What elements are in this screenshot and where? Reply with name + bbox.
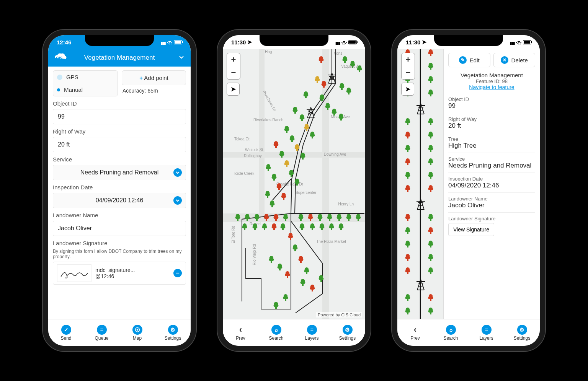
- tree-icon: [427, 240, 434, 248]
- chevron-down-icon: [173, 196, 182, 205]
- input-landowner-name[interactable]: [53, 221, 186, 236]
- tree-icon: [288, 169, 295, 177]
- nav-layers[interactable]: ≡Layers: [294, 319, 330, 346]
- tree-icon: [263, 213, 270, 221]
- nav-settings[interactable]: ⚙Settings: [330, 319, 365, 346]
- tree-icon: [269, 200, 276, 208]
- pencil-icon: ✎: [459, 56, 467, 64]
- mode-manual[interactable]: Manual: [53, 83, 118, 96]
- tree-icon: [318, 223, 325, 231]
- delete-button[interactable]: ✕Delete: [493, 53, 536, 67]
- transmission-tower-icon: [326, 72, 338, 85]
- mode-selector: GPS Manual: [53, 70, 118, 96]
- tree-icon: [427, 145, 434, 152]
- remove-signature-button[interactable]: −: [173, 269, 182, 277]
- tree-icon: [318, 56, 325, 64]
- tree-icon: [404, 171, 411, 179]
- location-arrow-icon: ➤: [247, 39, 252, 46]
- tree-icon: [427, 267, 434, 275]
- signature-filename: mdc_signature... @12:46: [95, 267, 170, 279]
- tree-icon: [324, 103, 331, 110]
- view-signature-button[interactable]: View Signature: [448, 223, 494, 236]
- nav-send[interactable]: ✓Send: [48, 319, 84, 346]
- phone-map: 11:30 ➤ Hag Vons Vaquero Av Riverlakes D…: [217, 30, 371, 351]
- zoom-out-button[interactable]: −: [402, 66, 415, 79]
- tree-icon: [356, 65, 363, 73]
- wifi-icon: [341, 39, 347, 46]
- location-arrow-icon: ➤: [422, 39, 427, 46]
- status-time: 11:30: [231, 39, 246, 46]
- tree-icon: [326, 213, 333, 221]
- input-object-id[interactable]: [53, 109, 186, 124]
- zoom-control: + −: [401, 53, 415, 80]
- add-point-button[interactable]: + Add point: [122, 70, 186, 85]
- nav-search[interactable]: ⌕Search: [433, 319, 469, 346]
- detail-body: + − ➤ ✎Edit ✕Delete Vegetation Managemen…: [397, 49, 540, 319]
- mode-gps[interactable]: GPS: [53, 71, 118, 83]
- plus-icon: +: [139, 75, 143, 81]
- tree-icon: [404, 254, 411, 261]
- signal-icon: [335, 39, 340, 46]
- zoom-in-button[interactable]: +: [402, 53, 415, 66]
- nav-settings[interactable]: ⚙Settings: [504, 319, 540, 346]
- status-time: 11:30: [406, 39, 420, 46]
- accuracy-text: Accuracy: 65m: [122, 85, 186, 96]
- nav-prev[interactable]: ‹Prev: [223, 319, 258, 346]
- radio-off-icon: [57, 75, 62, 80]
- tree-icon: [294, 144, 301, 151]
- tree-icon: [303, 267, 310, 275]
- svg-text:GIS: GIS: [56, 56, 63, 60]
- map-controls: + − ➤: [401, 53, 415, 96]
- map-canvas[interactable]: Hag Vons Vaquero Av Riverlakes Dr Riverl…: [223, 49, 365, 319]
- signature-preview-icon[interactable]: [57, 264, 91, 282]
- row-object-id: Object ID99: [448, 93, 535, 113]
- tree-icon: [427, 294, 434, 301]
- nav-settings[interactable]: ⚙Settings: [155, 319, 191, 346]
- bottom-nav: ‹Prev ⌕Search ≡Layers ⚙Settings: [223, 319, 365, 346]
- tree-icon: [253, 213, 260, 221]
- navigate-link[interactable]: Navigate to feature: [448, 84, 535, 90]
- nav-map[interactable]: ⦿Map: [119, 319, 155, 346]
- gis-logo-icon: GIS: [52, 50, 67, 65]
- row-landowner-signature: Landowner Signature View Signature: [448, 213, 535, 239]
- nav-search[interactable]: ⌕Search: [258, 319, 294, 346]
- tree-icon: [318, 275, 325, 282]
- chevron-down-icon[interactable]: [178, 54, 185, 62]
- tree-icon: [338, 113, 345, 121]
- tree-icon: [289, 135, 296, 143]
- tree-icon: [278, 150, 285, 158]
- tree-icon: [314, 76, 321, 83]
- header-title: Vegetation Management: [84, 54, 155, 62]
- tree-icon: [427, 62, 434, 70]
- edit-button[interactable]: ✎Edit: [448, 53, 490, 67]
- map-strip[interactable]: + − ➤: [397, 49, 443, 319]
- nav-queue[interactable]: ≡Queue: [84, 319, 119, 346]
- locate-button[interactable]: ➤: [401, 83, 414, 96]
- zoom-out-button[interactable]: −: [227, 66, 240, 79]
- tree-icon: [328, 223, 335, 231]
- tree-icon: [404, 118, 411, 125]
- tree-icon: [303, 124, 310, 131]
- tree-icon: [336, 213, 343, 221]
- tree-icon: [282, 213, 289, 221]
- feature-panel: ✎Edit ✕Delete Vegetation Management Feat…: [443, 49, 540, 319]
- zoom-in-button[interactable]: +: [227, 53, 240, 66]
- tree-icon: [271, 173, 278, 181]
- nav-prev[interactable]: ‹Prev: [397, 319, 433, 346]
- gear-icon: ⚙: [168, 325, 178, 335]
- tree-icon: [331, 108, 338, 116]
- label-service: Service: [53, 156, 186, 163]
- tree-icon: [404, 131, 411, 139]
- tree-icon: [355, 213, 362, 221]
- locate-button[interactable]: ➤: [227, 83, 240, 96]
- gear-icon: ⚙: [343, 325, 353, 335]
- chevron-left-icon: ‹: [410, 325, 420, 335]
- select-service[interactable]: Needs Pruning and Removal: [53, 165, 186, 180]
- chevron-left-icon: ‹: [236, 325, 246, 335]
- nav-layers[interactable]: ≡Layers: [469, 319, 504, 346]
- select-inspection-date[interactable]: 04/09/2020 12:46: [53, 193, 186, 208]
- input-right-of-way[interactable]: [53, 137, 186, 152]
- tree-icon: [280, 192, 287, 200]
- tree-icon: [404, 294, 411, 301]
- tree-icon: [427, 185, 434, 192]
